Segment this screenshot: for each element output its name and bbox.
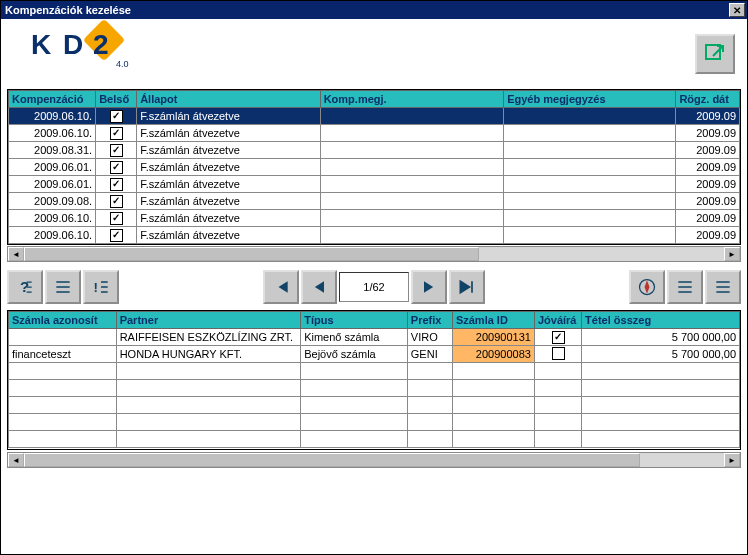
app-window: Kompenzációk kezelése ✕ K D 2 4.0 Kompen…	[0, 0, 748, 555]
first-page-button[interactable]	[263, 270, 299, 304]
compensation-grid[interactable]: KompenzációBelsőÁllapotKomp.megj.Egyéb m…	[7, 89, 741, 245]
checkbox[interactable]	[110, 161, 123, 174]
last-icon	[457, 277, 477, 297]
table-row	[9, 380, 740, 397]
question-icon: ?	[15, 277, 35, 297]
column-header[interactable]: Egyéb megjegyzés	[504, 91, 676, 108]
table-row[interactable]: RAIFFEISEN ESZKÖZLÍZING ZRT.Kimenő száml…	[9, 329, 740, 346]
column-header[interactable]: Tétel összeg	[582, 312, 740, 329]
table-row	[9, 363, 740, 380]
window-close-button[interactable]: ✕	[729, 3, 745, 17]
svg-text:!: !	[94, 280, 98, 295]
table-row	[9, 414, 740, 431]
tool2-button[interactable]	[667, 270, 703, 304]
table-row[interactable]: 2009.06.10.F.számlán átvezetve2009.09	[9, 108, 740, 125]
help-button[interactable]: ?	[7, 270, 43, 304]
export-button[interactable]	[695, 34, 735, 74]
column-header[interactable]: Típus	[301, 312, 408, 329]
list3-icon	[675, 277, 695, 297]
table-row[interactable]: 2009.09.08.F.számlán átvezetve2009.09	[9, 193, 740, 210]
table-row[interactable]: 2009.06.10.F.számlán átvezetve2009.09	[9, 125, 740, 142]
checkbox[interactable]	[110, 212, 123, 225]
compass-icon	[637, 277, 657, 297]
list-excl-icon: !	[91, 277, 111, 297]
column-header[interactable]: Belső	[96, 91, 137, 108]
column-header[interactable]: Partner	[116, 312, 301, 329]
window-title: Kompenzációk kezelése	[5, 4, 131, 16]
next-icon	[419, 277, 439, 297]
prev-icon	[309, 277, 329, 297]
page-indicator: 1/62	[339, 272, 409, 302]
table-row[interactable]: 2009.06.01.F.számlán átvezetve2009.09	[9, 159, 740, 176]
table-row[interactable]: 2009.06.10.F.számlán átvezetve2009.09	[9, 227, 740, 244]
table-row[interactable]: 2009.08.31.F.számlán átvezetve2009.09	[9, 142, 740, 159]
checkbox[interactable]	[110, 127, 123, 140]
column-header[interactable]: Kompenzáció	[9, 91, 96, 108]
export-icon	[703, 42, 727, 66]
table-row	[9, 431, 740, 448]
list-icon	[53, 277, 73, 297]
column-header[interactable]: Jóváírá	[534, 312, 581, 329]
tool3-button[interactable]	[705, 270, 741, 304]
list4-icon	[713, 277, 733, 297]
checkbox[interactable]	[110, 144, 123, 157]
list2-button[interactable]: !	[83, 270, 119, 304]
table-row	[9, 397, 740, 414]
tool1-button[interactable]	[629, 270, 665, 304]
column-header[interactable]: Prefix	[407, 312, 452, 329]
checkbox[interactable]	[110, 178, 123, 191]
scroll-right-icon[interactable]: ►	[724, 453, 740, 467]
table-row[interactable]: financetesztHONDA HUNGARY KFT.Bejövő szá…	[9, 346, 740, 363]
column-header[interactable]: Komp.megj.	[320, 91, 504, 108]
invoice-grid[interactable]: Számla azonosítPartnerTípusPrefixSzámla …	[7, 310, 741, 450]
scroll-left-icon[interactable]: ◄	[8, 453, 24, 467]
column-header[interactable]: Rögz. dát	[676, 91, 740, 108]
prev-page-button[interactable]	[301, 270, 337, 304]
grid2-hscrollbar[interactable]: ◄ ►	[7, 452, 741, 468]
app-logo: K D 2 4.0	[31, 29, 85, 61]
column-header[interactable]: Állapot	[137, 91, 321, 108]
checkbox[interactable]	[552, 331, 565, 344]
column-header[interactable]: Számla azonosít	[9, 312, 117, 329]
last-page-button[interactable]	[449, 270, 485, 304]
table-row[interactable]: 2009.06.01.F.számlán átvezetve2009.09	[9, 176, 740, 193]
grid1-hscrollbar[interactable]: ◄ ►	[7, 246, 741, 262]
checkbox[interactable]	[552, 347, 565, 360]
checkbox[interactable]	[110, 195, 123, 208]
first-icon	[271, 277, 291, 297]
header-area: K D 2 4.0	[1, 19, 747, 89]
title-bar: Kompenzációk kezelése ✕	[1, 1, 747, 19]
scroll-left-icon[interactable]: ◄	[8, 247, 24, 261]
checkbox[interactable]	[110, 229, 123, 242]
next-page-button[interactable]	[411, 270, 447, 304]
list1-button[interactable]	[45, 270, 81, 304]
checkbox[interactable]	[110, 110, 123, 123]
table-row[interactable]: 2009.06.10.F.számlán átvezetve2009.09	[9, 210, 740, 227]
scroll-right-icon[interactable]: ►	[724, 247, 740, 261]
toolbar: ? ! 1/62	[7, 270, 741, 304]
pager: 1/62	[263, 270, 485, 304]
column-header[interactable]: Számla ID	[452, 312, 534, 329]
